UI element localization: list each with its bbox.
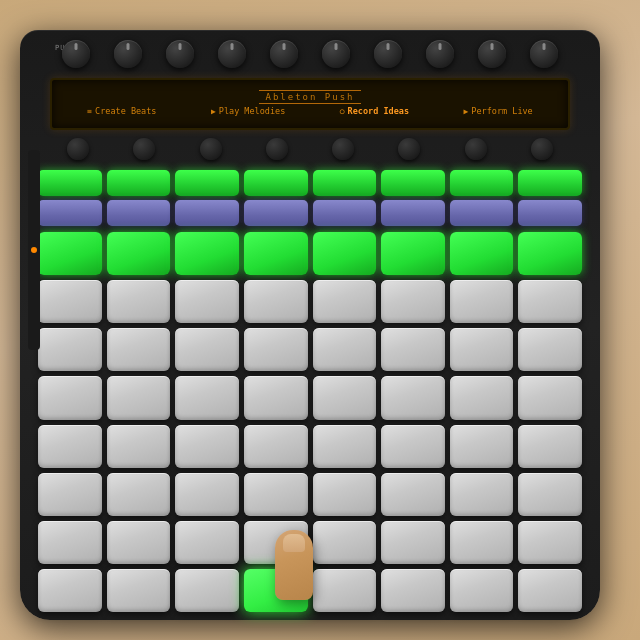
menu-item-play-melodies[interactable]: ▶ Play Melodies <box>211 106 285 116</box>
pad-0-3[interactable] <box>244 232 308 275</box>
purple-btn-7[interactable] <box>450 200 514 226</box>
pad-0-6[interactable] <box>450 232 514 275</box>
green-btn-7[interactable] <box>450 170 514 196</box>
pad-4-0[interactable] <box>38 425 102 468</box>
pad-0-2[interactable] <box>175 232 239 275</box>
knob-1[interactable] <box>62 40 90 68</box>
knob-7[interactable] <box>374 40 402 68</box>
knob-8[interactable] <box>426 40 454 68</box>
pad-3-6[interactable] <box>450 376 514 419</box>
green-btn-1[interactable] <box>38 170 102 196</box>
pad-6-5[interactable] <box>381 521 445 564</box>
encoder-3[interactable] <box>200 138 222 160</box>
pad-4-7[interactable] <box>518 425 582 468</box>
purple-btn-5[interactable] <box>313 200 377 226</box>
pad-3-3[interactable] <box>244 376 308 419</box>
pad-3-2[interactable] <box>175 376 239 419</box>
pad-2-2[interactable] <box>175 328 239 371</box>
green-btn-2[interactable] <box>107 170 171 196</box>
purple-btn-6[interactable] <box>381 200 445 226</box>
purple-btn-8[interactable] <box>518 200 582 226</box>
pad-2-3[interactable] <box>244 328 308 371</box>
pad-2-5[interactable] <box>381 328 445 371</box>
knob-2[interactable] <box>114 40 142 68</box>
menu-item-create-beats[interactable]: ≡ Create Beats <box>87 106 156 116</box>
pad-6-6[interactable] <box>450 521 514 564</box>
pad-4-1[interactable] <box>107 425 171 468</box>
knob-5[interactable] <box>270 40 298 68</box>
green-btn-3[interactable] <box>175 170 239 196</box>
pad-3-1[interactable] <box>107 376 171 419</box>
green-btn-8[interactable] <box>518 170 582 196</box>
pad-1-0[interactable] <box>38 280 102 323</box>
pad-4-6[interactable] <box>450 425 514 468</box>
pad-7-0[interactable] <box>38 569 102 612</box>
pad-7-6[interactable] <box>450 569 514 612</box>
pad-2-6[interactable] <box>450 328 514 371</box>
pad-1-3[interactable] <box>244 280 308 323</box>
pad-0-7[interactable] <box>518 232 582 275</box>
menu-item-record-ideas[interactable]: ○ Record Ideas <box>340 106 409 116</box>
pad-7-7[interactable] <box>518 569 582 612</box>
encoder-1[interactable] <box>67 138 89 160</box>
pad-7-5[interactable] <box>381 569 445 612</box>
green-btn-5[interactable] <box>313 170 377 196</box>
pad-6-7[interactable] <box>518 521 582 564</box>
pad-1-6[interactable] <box>450 280 514 323</box>
menu-item-perform-live[interactable]: ▶ Perform Live <box>464 106 533 116</box>
pad-5-4[interactable] <box>313 473 377 516</box>
pad-1-5[interactable] <box>381 280 445 323</box>
pad-0-5[interactable] <box>381 232 445 275</box>
encoder-2[interactable] <box>133 138 155 160</box>
pad-1-2[interactable] <box>175 280 239 323</box>
pad-1-7[interactable] <box>518 280 582 323</box>
pad-6-1[interactable] <box>107 521 171 564</box>
purple-btn-1[interactable] <box>38 200 102 226</box>
pad-2-4[interactable] <box>313 328 377 371</box>
pad-4-3[interactable] <box>244 425 308 468</box>
knob-6[interactable] <box>322 40 350 68</box>
pad-3-0[interactable] <box>38 376 102 419</box>
pad-0-0[interactable] <box>38 232 102 275</box>
pad-5-0[interactable] <box>38 473 102 516</box>
encoder-8[interactable] <box>531 138 553 160</box>
encoder-6[interactable] <box>398 138 420 160</box>
pad-1-1[interactable] <box>107 280 171 323</box>
encoder-7[interactable] <box>465 138 487 160</box>
pad-5-1[interactable] <box>107 473 171 516</box>
pad-7-4[interactable] <box>313 569 377 612</box>
knob-3[interactable] <box>166 40 194 68</box>
pad-3-5[interactable] <box>381 376 445 419</box>
green-btn-4[interactable] <box>244 170 308 196</box>
purple-btn-2[interactable] <box>107 200 171 226</box>
pad-2-1[interactable] <box>107 328 171 371</box>
pad-3-7[interactable] <box>518 376 582 419</box>
purple-btn-4[interactable] <box>244 200 308 226</box>
pad-0-1[interactable] <box>107 232 171 275</box>
encoder-5[interactable] <box>332 138 354 160</box>
pad-4-5[interactable] <box>381 425 445 468</box>
knob-10[interactable] <box>530 40 558 68</box>
knob-9[interactable] <box>478 40 506 68</box>
purple-btn-3[interactable] <box>175 200 239 226</box>
pad-5-3[interactable] <box>244 473 308 516</box>
pad-6-2[interactable] <box>175 521 239 564</box>
pad-4-4[interactable] <box>313 425 377 468</box>
pad-4-2[interactable] <box>175 425 239 468</box>
pad-5-7[interactable] <box>518 473 582 516</box>
green-btn-6[interactable] <box>381 170 445 196</box>
pad-7-1[interactable] <box>107 569 171 612</box>
encoder-4[interactable] <box>266 138 288 160</box>
pad-3-4[interactable] <box>313 376 377 419</box>
pad-2-0[interactable] <box>38 328 102 371</box>
pad-0-4[interactable] <box>313 232 377 275</box>
pad-5-5[interactable] <box>381 473 445 516</box>
knob-4[interactable] <box>218 40 246 68</box>
pad-2-7[interactable] <box>518 328 582 371</box>
pad-5-2[interactable] <box>175 473 239 516</box>
pad-5-6[interactable] <box>450 473 514 516</box>
pad-1-4[interactable] <box>313 280 377 323</box>
pad-6-4[interactable] <box>313 521 377 564</box>
pad-7-2[interactable] <box>175 569 239 612</box>
pad-6-0[interactable] <box>38 521 102 564</box>
